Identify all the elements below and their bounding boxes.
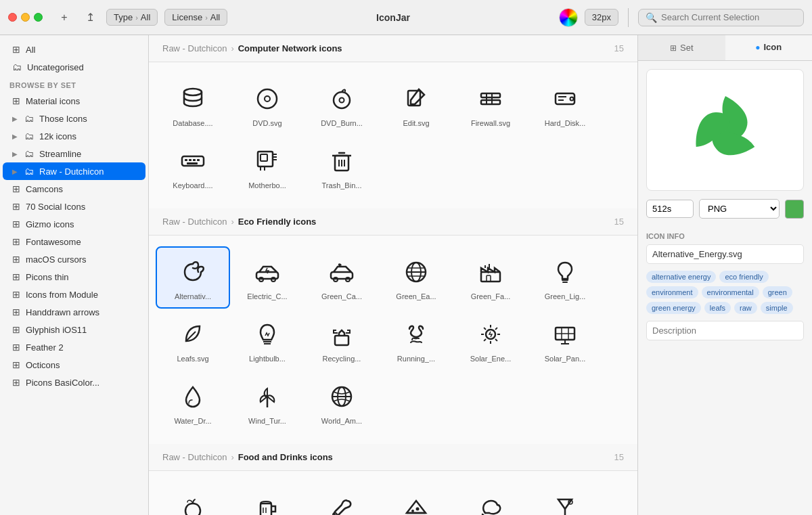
type-filter[interactable]: Type › All bbox=[106, 9, 158, 26]
icon-name: Solar_Pan... bbox=[533, 355, 597, 363]
icon-cell-solar-energy[interactable]: Solar_Ene... bbox=[453, 309, 528, 371]
grid-icon: ⊞ bbox=[12, 342, 20, 353]
description-input[interactable] bbox=[646, 321, 804, 340]
sidebar-item-label: macOS cursors bbox=[26, 254, 87, 265]
icon-cell-cocktail[interactable]: Cocktail... bbox=[528, 482, 602, 515]
folder-icon: 🗂 bbox=[12, 62, 22, 72]
icon-name: World_Am... bbox=[310, 417, 374, 425]
icon-cell-electric-car[interactable]: Electric_C... bbox=[230, 246, 304, 309]
tag[interactable]: green bbox=[763, 286, 792, 298]
icon-cell-green-factory[interactable]: Green_Fa... bbox=[453, 246, 528, 309]
sidebar-item-raw-dutchicon[interactable]: ▶ 🗂 Raw - Dutchicon bbox=[3, 162, 145, 180]
close-button[interactable] bbox=[8, 13, 17, 22]
icon-cell-green-car[interactable]: Green_Ca... bbox=[304, 246, 379, 309]
icon-cell-apple[interactable]: Apple.svg bbox=[156, 482, 230, 515]
icon-cell-chicken[interactable]: Chicken... bbox=[304, 482, 379, 515]
sidebar-item-label: Uncategorised bbox=[27, 62, 84, 72]
sidebar-item-gizmo[interactable]: ⊞ Gizmo icons bbox=[3, 215, 145, 233]
svg-point-4 bbox=[340, 98, 344, 103]
size-input[interactable] bbox=[646, 200, 694, 218]
icon-cell[interactable]: DVD_Burn... bbox=[304, 73, 379, 135]
sidebar-item-all[interactable]: ⊞ All bbox=[3, 41, 145, 58]
icon-name: Lightbulb... bbox=[235, 355, 299, 363]
sidebar-item-octicons[interactable]: ⊞ Octicons bbox=[3, 356, 145, 374]
section-header-computer-network: Raw - Dutchicon › Computer Network icons… bbox=[149, 35, 637, 62]
icon-preview-harddisk bbox=[547, 81, 583, 116]
icon-name: Trash_Bin... bbox=[310, 181, 374, 189]
icon-cell[interactable]: Motherbo... bbox=[230, 135, 304, 198]
svg-rect-21 bbox=[261, 154, 267, 161]
icon-cell[interactable]: Hard_Disk... bbox=[528, 73, 602, 135]
search-input[interactable] bbox=[661, 12, 796, 22]
sidebar-item-icons-module[interactable]: ⊞ Icons from Module bbox=[3, 286, 145, 303]
tag[interactable]: leafs bbox=[704, 302, 731, 314]
color-swatch[interactable] bbox=[785, 200, 804, 219]
icon-cell-water-drop[interactable]: Water_Dr... bbox=[156, 371, 230, 433]
tag[interactable]: environment bbox=[646, 286, 698, 298]
icon-name: DVD.svg bbox=[235, 119, 299, 127]
sidebar-item-fontawesome[interactable]: ⊞ Fontawesome bbox=[3, 233, 145, 250]
icon-cell-green-earth[interactable]: Green_Ea... bbox=[379, 246, 453, 309]
icon-cell-beer[interactable]: Beer.svg bbox=[230, 482, 304, 515]
icon-cell-cheese[interactable]: Cheese... bbox=[379, 482, 453, 515]
sidebar-item-uncategorised[interactable]: 🗂 Uncategorised bbox=[3, 58, 145, 76]
icon-name: Hard_Disk... bbox=[533, 119, 597, 127]
icon-cell[interactable]: Trash_Bin... bbox=[304, 135, 379, 198]
sidebar-item-material[interactable]: ⊞ Material icons bbox=[3, 92, 145, 110]
sidebar-item-picons-thin[interactable]: ⊞ Picons thin bbox=[3, 268, 145, 286]
minimize-button[interactable] bbox=[21, 13, 30, 22]
icon-cell[interactable]: Database.... bbox=[156, 73, 230, 135]
icon-cell[interactable]: DVD.svg bbox=[230, 73, 304, 135]
sidebar-section-label: Browse by Set bbox=[0, 76, 148, 92]
icon-cell[interactable]: Edit.svg bbox=[379, 73, 453, 135]
tag[interactable]: environmental bbox=[702, 286, 759, 298]
icon-cell[interactable]: Keyboard.... bbox=[156, 135, 230, 198]
sidebar-item-70social[interactable]: ⊞ 70 Social Icons bbox=[3, 198, 145, 215]
icon-cell[interactable]: Firewall.svg bbox=[453, 73, 528, 135]
maximize-button[interactable] bbox=[34, 13, 43, 22]
icon-name: Green_Fa... bbox=[459, 292, 522, 300]
icon-cell-lightbulb[interactable]: Lightbulb... bbox=[230, 309, 304, 371]
sidebar-item-glyphish[interactable]: ⊞ Glyphish iOS11 bbox=[3, 321, 145, 338]
grid-icon: ⊞ bbox=[12, 307, 20, 317]
icon-cell-alternative-energy[interactable]: Alternativ... bbox=[156, 246, 230, 309]
tag[interactable]: green energy bbox=[646, 302, 701, 314]
icon-cell-green-light[interactable]: Green_Lig... bbox=[528, 246, 602, 309]
search-box: 🔍 bbox=[638, 9, 804, 26]
icon-cell-running-water[interactable]: Running_... bbox=[379, 309, 453, 371]
tag[interactable]: eco friendly bbox=[719, 271, 768, 283]
tab-icon[interactable]: ● Icon bbox=[725, 35, 813, 60]
sidebar-item-streamline[interactable]: ▶ 🗂 Streamline bbox=[3, 145, 145, 162]
tag[interactable]: alternative energy bbox=[646, 271, 716, 283]
tab-set[interactable]: ⊞ Set bbox=[638, 35, 725, 60]
icon-cell-world[interactable]: World_Am... bbox=[304, 371, 379, 433]
sidebar-item-12k[interactable]: ▶ 🗂 12k icons bbox=[3, 127, 145, 145]
tag[interactable]: raw bbox=[734, 302, 757, 314]
size-selector[interactable]: 32px bbox=[585, 9, 618, 26]
sidebar-item-camcons[interactable]: ⊞ Camcons bbox=[3, 180, 145, 198]
icon-cell-wind-turbine[interactable]: Wind_Tur... bbox=[230, 371, 304, 433]
sidebar-item-those-icons[interactable]: ▶ 🗂 Those Icons bbox=[3, 110, 145, 127]
icon-preview-solar-energy bbox=[473, 317, 508, 352]
grid-icon: ⊞ bbox=[12, 359, 20, 370]
license-filter[interactable]: License › All bbox=[164, 9, 227, 26]
sidebar-item-feather2[interactable]: ⊞ Feather 2 bbox=[3, 338, 145, 356]
sidebar-item-picons-basic[interactable]: ⊞ Picons BasiColor... bbox=[3, 374, 145, 391]
svg-rect-7 bbox=[481, 100, 500, 104]
color-wheel-button[interactable] bbox=[559, 8, 578, 27]
icon-cell-leaf[interactable]: Leafs.svg bbox=[156, 309, 230, 371]
new-window-button[interactable]: + bbox=[55, 8, 74, 27]
sidebar-item-label: Material icons bbox=[26, 96, 80, 106]
icon-preview-chicken bbox=[324, 490, 359, 515]
svg-line-62 bbox=[484, 339, 486, 341]
sidebar-item-macos[interactable]: ⊞ macOS cursors bbox=[3, 250, 145, 268]
icon-cell-solar-panel[interactable]: Solar_Pan... bbox=[528, 309, 602, 371]
icon-cell-meat[interactable]: Meat.svg bbox=[453, 482, 528, 515]
svg-rect-18 bbox=[197, 159, 200, 161]
tag[interactable]: simple bbox=[761, 302, 793, 314]
sidebar-item-handdrawn[interactable]: ⊞ Handdrawn arrows bbox=[3, 303, 145, 321]
share-button[interactable]: ↥ bbox=[81, 8, 99, 27]
icon-cell-recycling[interactable]: Recycling... bbox=[304, 309, 379, 371]
format-select[interactable]: PNG SVG PDF bbox=[699, 199, 780, 219]
icon-preview-database bbox=[175, 81, 210, 116]
